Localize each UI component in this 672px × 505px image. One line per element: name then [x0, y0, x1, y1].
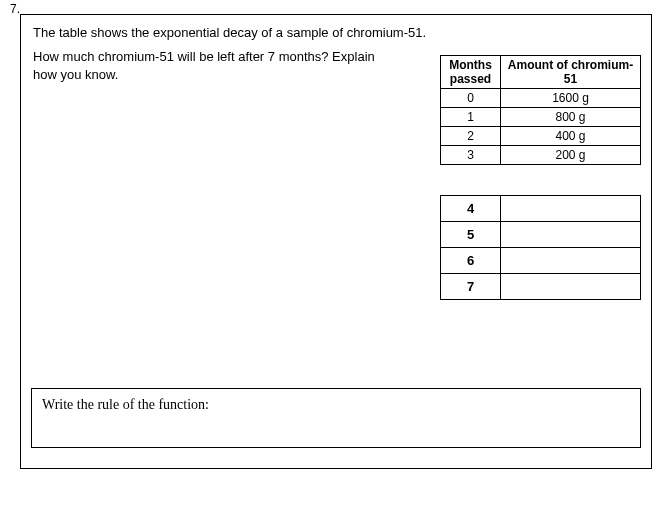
table-row: 6: [441, 248, 641, 274]
table-row: 4: [441, 196, 641, 222]
cell-amount-blank[interactable]: [501, 222, 641, 248]
header-text: 51: [564, 72, 577, 86]
cell-months: 4: [441, 196, 501, 222]
question-text: How much chromium-51 will be left after …: [21, 48, 401, 84]
rule-prompt-text: Write the rule of the function:: [42, 397, 209, 412]
header-text: Months: [449, 58, 492, 72]
cell-amount-blank[interactable]: [501, 196, 641, 222]
cell-months: 2: [441, 127, 501, 146]
table-row: 3 200 g: [441, 146, 641, 165]
problem-container: The table shows the exponential decay of…: [20, 14, 652, 469]
table-header-months: Months passed: [441, 56, 501, 89]
intro-text: The table shows the exponential decay of…: [21, 15, 651, 48]
rule-answer-box[interactable]: Write the rule of the function:: [31, 388, 641, 448]
cell-amount-blank[interactable]: [501, 248, 641, 274]
table-row: 0 1600 g: [441, 89, 641, 108]
cell-months: 3: [441, 146, 501, 165]
data-table-given: Months passed Amount of chromium- 51 0 1…: [440, 55, 641, 165]
table-row: 2 400 g: [441, 127, 641, 146]
table-row: 1 800 g: [441, 108, 641, 127]
header-text: Amount of chromium-: [508, 58, 633, 72]
table-row: 7: [441, 274, 641, 300]
cell-months: 5: [441, 222, 501, 248]
cell-months: 0: [441, 89, 501, 108]
cell-amount-blank[interactable]: [501, 274, 641, 300]
cell-months: 7: [441, 274, 501, 300]
cell-months: 1: [441, 108, 501, 127]
cell-amount: 200 g: [501, 146, 641, 165]
table-row: 5: [441, 222, 641, 248]
table-header-amount: Amount of chromium- 51: [501, 56, 641, 89]
cell-amount: 400 g: [501, 127, 641, 146]
data-table-blank: 4 5 6 7: [440, 195, 641, 300]
cell-amount: 1600 g: [501, 89, 641, 108]
cell-amount: 800 g: [501, 108, 641, 127]
question-number: 7.: [10, 2, 20, 16]
header-text: passed: [450, 72, 491, 86]
cell-months: 6: [441, 248, 501, 274]
